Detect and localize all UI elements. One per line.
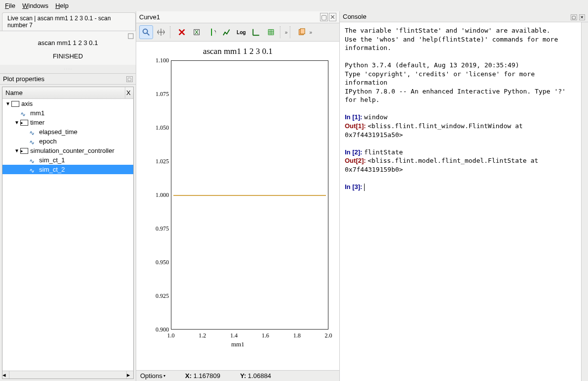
curve-title: Curve1	[139, 13, 320, 21]
close-icon[interactable]: ✕	[579, 14, 585, 20]
detach-icon[interactable]	[128, 33, 134, 39]
tab-live-scan[interactable]: Live scan | ascan mm1 1 2 3 0.1 - scan n…	[2, 12, 136, 31]
wave-icon: ∿	[29, 157, 37, 163]
axes-config[interactable]	[249, 25, 263, 39]
xtick: 2.0	[325, 332, 332, 339]
svg-line-2	[147, 33, 150, 36]
xlabel: mm1	[231, 340, 245, 348]
autoscale[interactable]	[219, 25, 233, 39]
tree-elapsed-time[interactable]: ∿ elapsed_time	[2, 127, 133, 137]
cursor-y: Y: 1.06884	[240, 372, 271, 380]
console-vscrollbar[interactable]	[581, 22, 588, 381]
tree-axis[interactable]: ▼ axis	[2, 99, 133, 108]
xtick: 1.8	[293, 332, 301, 339]
plot-title: ascan mm1 1 2 3 0.1	[141, 47, 334, 56]
console-title: Console	[343, 13, 367, 20]
tree-simulation-counter-controller[interactable]: ▼ ▸ simulation_counter_controller	[2, 146, 133, 155]
plot-toolbar: X Y Log » »	[136, 23, 339, 42]
pan-tool[interactable]	[154, 25, 168, 39]
svg-text:X: X	[195, 29, 199, 35]
log-y[interactable]: Log	[234, 25, 248, 39]
tree-timer[interactable]: ▼ ▸ timer	[2, 118, 133, 127]
xtick: 1.2	[199, 332, 206, 339]
scan-status: FINISHED	[2, 52, 134, 60]
ytick: 1.000	[156, 191, 169, 199]
float-icon[interactable]: ▢	[571, 14, 577, 20]
wave-icon: ∿	[29, 129, 37, 135]
xtick: 1.6	[262, 332, 269, 339]
fit-y[interactable]: Y	[205, 25, 218, 39]
zoom-tool[interactable]	[139, 25, 153, 39]
ytick: 1.100	[156, 57, 169, 64]
tree-header-name[interactable]: Name	[2, 87, 125, 98]
tree-sim-ct-1[interactable]: ∿ sim_ct_1	[2, 155, 133, 165]
axis-icon	[11, 101, 19, 107]
wave-icon: ∿	[29, 139, 37, 144]
cursor-x: X: 1.167809	[185, 372, 220, 380]
controller-icon: ▸	[20, 120, 28, 126]
tree-sim-ct-2[interactable]: ∿ sim_ct_2	[2, 165, 133, 174]
wave-icon: ∿	[29, 167, 37, 173]
ytick: 1.075	[156, 91, 169, 98]
dock-icon[interactable]: ▢	[126, 76, 133, 82]
menu-windows[interactable]: Windows	[22, 2, 49, 9]
close-icon[interactable]: ✕	[329, 13, 336, 21]
left-panel: Live scan | ascan mm1 1 2 3 0.1 - scan n…	[0, 11, 136, 381]
tree-header: Name X	[2, 87, 133, 99]
grid-toggle[interactable]	[264, 25, 278, 39]
xtick: 1.0	[167, 332, 175, 339]
controller-icon: ▸	[20, 148, 28, 154]
menubar: File Windows Help	[0, 0, 588, 11]
plot-properties-label: Plot properties	[3, 75, 45, 83]
copy-plot[interactable]	[295, 25, 309, 39]
tree-epoch[interactable]: ∿ epoch	[2, 137, 133, 146]
ytick: 1.025	[156, 158, 169, 165]
svg-rect-12	[300, 29, 305, 34]
data-series-line	[173, 195, 326, 196]
tab-bar: Live scan | ascan mm1 1 2 3 0.1 - scan n…	[0, 11, 136, 31]
property-tree: Name X ▼ axis ∿ mm1 ▼ ▸ timer	[2, 87, 134, 379]
console-output[interactable]: The variable 'flintState' and 'window' a…	[340, 22, 581, 381]
tree-hscrollbar[interactable]: ◂▸	[2, 371, 133, 379]
scan-title: ascan mm1 1 2 3 0.1	[2, 39, 134, 47]
ytick: 0.925	[156, 292, 169, 300]
ytick: 0.950	[156, 259, 169, 266]
toolbar-overflow[interactable]: »	[285, 30, 288, 35]
menu-file[interactable]: File	[5, 2, 15, 9]
console-panel: Console ▢ ✕ The variable 'flintState' an…	[339, 11, 588, 381]
plot-area[interactable]: ascan mm1 1 2 3 0.1 0.9000.9250.9500.975…	[136, 42, 339, 370]
options-menu[interactable]: Options▾	[140, 372, 165, 380]
menu-help[interactable]: Help	[55, 2, 69, 9]
scan-info: ascan mm1 1 2 3 0.1 FINISHED	[0, 31, 136, 65]
svg-text:Y: Y	[214, 29, 216, 35]
ytick: 0.975	[156, 225, 169, 233]
svg-rect-0	[128, 34, 133, 39]
wave-icon: ∿	[20, 110, 28, 116]
separator-dots: · · · ·	[0, 65, 136, 73]
plot-panel: Curve1 ▢ ✕ X Y Log » » ascan mm1 1 2 3 0…	[136, 11, 339, 381]
float-icon[interactable]: ▢	[320, 13, 328, 21]
tree-header-x[interactable]: X	[125, 87, 133, 98]
ytick: 1.050	[156, 124, 169, 132]
remove-curve[interactable]	[175, 25, 189, 39]
plot-status-bar: Options▾ X: 1.167809 Y: 1.06884	[136, 370, 339, 381]
tree-mm1[interactable]: ∿ mm1	[2, 108, 133, 118]
svg-point-1	[143, 29, 148, 34]
toolbar-overflow-2[interactable]: »	[310, 30, 313, 35]
fit-x[interactable]: X	[190, 25, 204, 39]
xtick: 1.4	[230, 332, 238, 339]
